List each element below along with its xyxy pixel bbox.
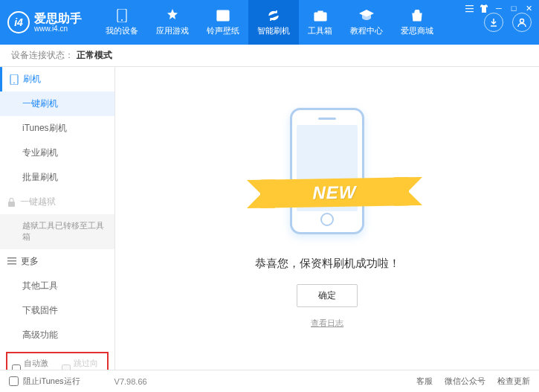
- svg-rect-12: [7, 257, 16, 259]
- nav-store[interactable]: 爱思商城: [392, 0, 442, 45]
- header-right: [484, 13, 532, 32]
- svg-rect-0: [465, 5, 474, 6]
- section-title: 一键越狱: [20, 196, 56, 208]
- lock-icon: [7, 198, 16, 207]
- minimize-icon[interactable]: ─: [493, 3, 505, 13]
- logo-icon: i4: [7, 11, 30, 33]
- svg-point-8: [520, 19, 524, 23]
- footer-link-wechat[interactable]: 微信公众号: [445, 376, 485, 387]
- nav-label: 工具箱: [308, 25, 332, 36]
- version-label: V7.98.66: [114, 377, 147, 386]
- main-area: NEW 恭喜您，保资料刷机成功啦！ 确定 查看日志: [115, 67, 539, 370]
- nav-ringtones[interactable]: 铃声壁纸: [198, 0, 248, 45]
- app-name: 爱思助手: [34, 12, 82, 25]
- nav-my-device[interactable]: 我的设备: [97, 0, 147, 45]
- app-url: www.i4.cn: [34, 25, 82, 33]
- jailbreak-note: 越狱工具已转移至工具箱: [0, 214, 114, 249]
- svg-rect-11: [8, 202, 15, 207]
- section-title: 更多: [21, 255, 39, 268]
- footer-link-support[interactable]: 客服: [416, 376, 433, 387]
- image-icon: [216, 8, 230, 23]
- svg-point-4: [121, 19, 123, 21]
- nav-flash[interactable]: 智能刷机: [248, 0, 299, 45]
- nav-label: 铃声壁纸: [207, 25, 239, 36]
- graduation-icon: [359, 8, 374, 23]
- nav: 我的设备 应用游戏 铃声壁纸 智能刷机 工具箱 教程中心 爱思商城: [97, 0, 484, 45]
- svg-rect-14: [7, 263, 16, 265]
- sidebar-item-oneclick[interactable]: 一键刷机: [0, 91, 114, 116]
- svg-rect-1: [465, 8, 474, 9]
- status-label: 设备连接状态：: [11, 49, 74, 62]
- block-itunes-label: 阻止iTunes运行: [23, 376, 80, 387]
- user-button[interactable]: [512, 13, 532, 32]
- skip-guide-checkbox[interactable]: 跳过向导: [62, 358, 103, 370]
- nav-label: 爱思商城: [401, 25, 433, 36]
- sidebar-section-jailbreak: 一键越狱: [0, 190, 114, 214]
- sidebar-section-flash[interactable]: 刷机: [0, 67, 114, 91]
- svg-point-6: [220, 13, 222, 16]
- store-icon: [410, 8, 425, 23]
- toolbox-icon: [313, 8, 328, 23]
- apps-icon: [165, 8, 180, 23]
- download-button[interactable]: [484, 13, 503, 32]
- sidebar-item-other[interactable]: 其他工具: [0, 274, 114, 298]
- logo: i4 爱思助手 www.i4.cn: [7, 11, 82, 33]
- nav-label: 智能刷机: [257, 25, 290, 36]
- sidebar-item-batch[interactable]: 批量刷机: [0, 165, 114, 190]
- phone-icon: [114, 8, 129, 23]
- nav-label: 教程中心: [350, 25, 383, 36]
- svg-rect-2: [465, 11, 474, 12]
- success-graphic: NEW: [253, 108, 401, 242]
- nav-tutorials[interactable]: 教程中心: [341, 0, 392, 45]
- footer-link-update[interactable]: 检查更新: [497, 376, 530, 387]
- sidebar-section-more[interactable]: 更多: [0, 249, 114, 274]
- sidebar: 刷机 一键刷机 iTunes刷机 专业刷机 批量刷机 一键越狱 越狱工具已转移至…: [0, 67, 115, 370]
- status-value: 正常模式: [77, 49, 112, 62]
- ribbon-text: NEW: [313, 181, 357, 203]
- nav-label: 应用游戏: [156, 25, 189, 36]
- tshirt-icon[interactable]: [478, 3, 490, 13]
- maximize-icon[interactable]: □: [508, 3, 520, 13]
- list-icon: [7, 257, 16, 265]
- nav-apps[interactable]: 应用游戏: [147, 0, 198, 45]
- checkbox-area: 自动激活 跳过向导: [6, 352, 109, 370]
- auto-activate-checkbox[interactable]: 自动激活: [12, 358, 53, 370]
- svg-rect-13: [7, 260, 16, 262]
- svg-point-10: [13, 82, 15, 83]
- content: 刷机 一键刷机 iTunes刷机 专业刷机 批量刷机 一键越狱 越狱工具已转移至…: [0, 67, 539, 370]
- footer: 阻止iTunes运行 V7.98.66 客服 微信公众号 检查更新: [0, 370, 539, 392]
- sidebar-item-itunes[interactable]: iTunes刷机: [0, 116, 114, 141]
- phone-icon: [10, 74, 19, 85]
- success-message: 恭喜您，保资料刷机成功啦！: [255, 257, 400, 271]
- sidebar-item-advanced[interactable]: 高级功能: [0, 323, 114, 347]
- refresh-icon: [266, 8, 281, 23]
- status-bar: 设备连接状态： 正常模式: [0, 45, 539, 67]
- sidebar-item-firmware[interactable]: 下载固件: [0, 298, 114, 323]
- svg-rect-5: [217, 10, 229, 21]
- ok-button[interactable]: 确定: [297, 284, 358, 307]
- view-log-link[interactable]: 查看日志: [311, 318, 343, 329]
- window-controls: ─ □ ✕: [463, 3, 535, 13]
- sidebar-item-pro[interactable]: 专业刷机: [0, 141, 114, 165]
- header: ─ □ ✕ i4 爱思助手 www.i4.cn 我的设备 应用游戏 铃声壁纸 智…: [0, 0, 539, 45]
- block-itunes-checkbox[interactable]: [9, 376, 19, 386]
- section-title: 刷机: [23, 73, 41, 86]
- menu-icon[interactable]: [463, 3, 475, 13]
- nav-label: 我的设备: [106, 25, 138, 36]
- close-icon[interactable]: ✕: [523, 3, 535, 13]
- nav-toolbox[interactable]: 工具箱: [299, 0, 341, 45]
